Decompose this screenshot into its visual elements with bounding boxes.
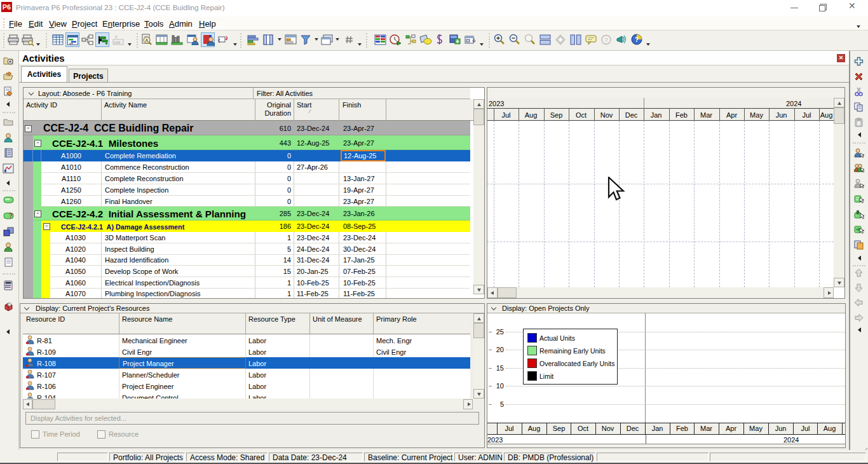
svg-text:?: ? (605, 37, 608, 43)
svg-text:A: A (146, 38, 149, 43)
svg-text:?: ? (9, 212, 13, 219)
svg-text:048: 048 (114, 41, 121, 44)
svg-text:0: 0 (115, 35, 118, 39)
svg-text:?: ? (635, 36, 639, 43)
